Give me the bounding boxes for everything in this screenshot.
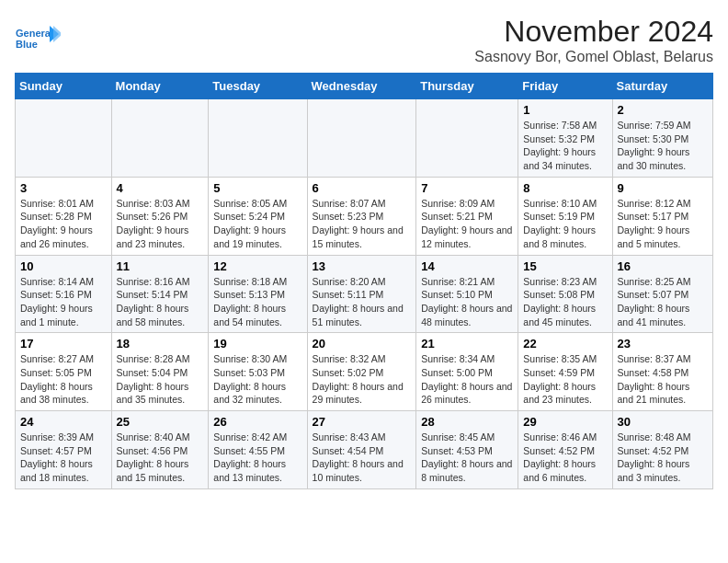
day-info: Sunrise: 8:28 AM Sunset: 5:04 PM Dayligh… (117, 352, 204, 407)
calendar-cell: 23Sunrise: 8:37 AM Sunset: 4:58 PM Dayli… (612, 333, 712, 411)
calendar-cell: 26Sunrise: 8:42 AM Sunset: 4:55 PM Dayli… (209, 411, 307, 489)
calendar-cell: 4Sunrise: 8:03 AM Sunset: 5:26 PM Daylig… (111, 177, 209, 255)
day-info: Sunrise: 8:40 AM Sunset: 4:56 PM Dayligh… (117, 431, 204, 485)
day-info: Sunrise: 8:32 AM Sunset: 5:02 PM Dayligh… (313, 352, 412, 407)
day-info: Sunrise: 8:21 AM Sunset: 5:10 PM Dayligh… (421, 275, 513, 329)
day-info: Sunrise: 7:59 AM Sunset: 5:30 PM Dayligh… (618, 119, 708, 173)
calendar-cell: 15Sunrise: 8:23 AM Sunset: 5:08 PM Dayli… (518, 255, 612, 333)
day-info: Sunrise: 8:48 AM Sunset: 4:52 PM Dayligh… (618, 431, 708, 485)
day-info: Sunrise: 8:45 AM Sunset: 4:53 PM Dayligh… (421, 431, 513, 485)
svg-marker-3 (53, 26, 61, 42)
day-info: Sunrise: 8:27 AM Sunset: 5:05 PM Dayligh… (20, 352, 107, 407)
title-area: November 2024 Sasnovy Bor, Gomel Oblast,… (474, 15, 713, 65)
day-number: 2 (618, 103, 708, 117)
day-info: Sunrise: 8:25 AM Sunset: 5:07 PM Dayligh… (618, 275, 708, 329)
day-info: Sunrise: 8:23 AM Sunset: 5:08 PM Dayligh… (523, 275, 607, 329)
calendar-cell: 3Sunrise: 8:01 AM Sunset: 5:28 PM Daylig… (16, 177, 112, 255)
calendar-cell: 22Sunrise: 8:35 AM Sunset: 4:59 PM Dayli… (518, 333, 612, 411)
main-title: November 2024 (474, 15, 713, 49)
day-info: Sunrise: 8:46 AM Sunset: 4:52 PM Dayligh… (523, 431, 607, 485)
day-number: 26 (213, 415, 301, 429)
day-info: Sunrise: 7:58 AM Sunset: 5:32 PM Dayligh… (523, 119, 607, 173)
weekday-header: Wednesday (307, 74, 416, 99)
calendar-cell: 8Sunrise: 8:10 AM Sunset: 5:19 PM Daylig… (518, 177, 612, 255)
day-number: 14 (421, 259, 513, 273)
calendar-cell: 24Sunrise: 8:39 AM Sunset: 4:57 PM Dayli… (16, 411, 112, 489)
calendar-cell: 17Sunrise: 8:27 AM Sunset: 5:05 PM Dayli… (16, 333, 112, 411)
calendar-cell: 9Sunrise: 8:12 AM Sunset: 5:17 PM Daylig… (612, 177, 712, 255)
weekday-header: Monday (111, 74, 209, 99)
day-info: Sunrise: 8:20 AM Sunset: 5:11 PM Dayligh… (313, 275, 412, 329)
calendar-cell: 6Sunrise: 8:07 AM Sunset: 5:23 PM Daylig… (307, 177, 416, 255)
calendar-cell: 28Sunrise: 8:45 AM Sunset: 4:53 PM Dayli… (416, 411, 518, 489)
calendar-week-row: 3Sunrise: 8:01 AM Sunset: 5:28 PM Daylig… (16, 177, 713, 255)
logo: General Blue (15, 15, 61, 61)
calendar-cell (307, 99, 416, 178)
subtitle: Sasnovy Bor, Gomel Oblast, Belarus (474, 49, 713, 65)
calendar-week-row: 17Sunrise: 8:27 AM Sunset: 5:05 PM Dayli… (16, 333, 713, 411)
day-info: Sunrise: 8:16 AM Sunset: 5:14 PM Dayligh… (117, 275, 204, 329)
day-info: Sunrise: 8:10 AM Sunset: 5:19 PM Dayligh… (523, 197, 607, 251)
svg-text:Blue: Blue (16, 39, 38, 50)
calendar-header: SundayMondayTuesdayWednesdayThursdayFrid… (16, 74, 713, 99)
day-number: 23 (618, 337, 708, 350)
calendar-cell: 20Sunrise: 8:32 AM Sunset: 5:02 PM Dayli… (307, 333, 416, 411)
day-info: Sunrise: 8:18 AM Sunset: 5:13 PM Dayligh… (213, 275, 301, 329)
calendar-week-row: 24Sunrise: 8:39 AM Sunset: 4:57 PM Dayli… (16, 411, 713, 489)
calendar-cell: 5Sunrise: 8:05 AM Sunset: 5:24 PM Daylig… (209, 177, 307, 255)
day-number: 16 (618, 259, 708, 273)
svg-text:General: General (16, 28, 53, 39)
calendar-cell: 11Sunrise: 8:16 AM Sunset: 5:14 PM Dayli… (111, 255, 209, 333)
day-number: 1 (523, 103, 607, 117)
day-number: 28 (421, 415, 513, 429)
calendar-week-row: 10Sunrise: 8:14 AM Sunset: 5:16 PM Dayli… (16, 255, 713, 333)
day-number: 20 (313, 337, 412, 350)
day-number: 13 (313, 259, 412, 273)
calendar-cell (111, 99, 209, 178)
calendar-cell: 27Sunrise: 8:43 AM Sunset: 4:54 PM Dayli… (307, 411, 416, 489)
day-number: 22 (523, 337, 607, 350)
calendar-cell (209, 99, 307, 178)
day-info: Sunrise: 8:37 AM Sunset: 4:58 PM Dayligh… (618, 352, 708, 407)
calendar-cell: 25Sunrise: 8:40 AM Sunset: 4:56 PM Dayli… (111, 411, 209, 489)
day-info: Sunrise: 8:12 AM Sunset: 5:17 PM Dayligh… (618, 197, 708, 251)
logo-svg: General Blue (15, 15, 61, 61)
day-number: 3 (20, 181, 107, 195)
day-info: Sunrise: 8:14 AM Sunset: 5:16 PM Dayligh… (20, 275, 107, 329)
day-number: 17 (20, 337, 107, 350)
day-number: 11 (117, 259, 204, 273)
day-info: Sunrise: 8:34 AM Sunset: 5:00 PM Dayligh… (421, 352, 513, 407)
calendar-cell (416, 99, 518, 178)
day-number: 12 (213, 259, 301, 273)
calendar-cell (16, 99, 112, 178)
calendar-cell: 14Sunrise: 8:21 AM Sunset: 5:10 PM Dayli… (416, 255, 518, 333)
weekday-header: Friday (518, 74, 612, 99)
day-info: Sunrise: 8:03 AM Sunset: 5:26 PM Dayligh… (117, 197, 204, 251)
day-info: Sunrise: 8:42 AM Sunset: 4:55 PM Dayligh… (213, 431, 301, 485)
day-info: Sunrise: 8:39 AM Sunset: 4:57 PM Dayligh… (20, 431, 107, 485)
calendar-table: SundayMondayTuesdayWednesdayThursdayFrid… (15, 73, 713, 489)
day-info: Sunrise: 8:09 AM Sunset: 5:21 PM Dayligh… (421, 197, 513, 251)
calendar-cell: 21Sunrise: 8:34 AM Sunset: 5:00 PM Dayli… (416, 333, 518, 411)
day-number: 5 (213, 181, 301, 195)
weekday-header: Sunday (16, 74, 112, 99)
day-info: Sunrise: 8:01 AM Sunset: 5:28 PM Dayligh… (20, 197, 107, 251)
weekday-header: Saturday (612, 74, 712, 99)
calendar-cell: 13Sunrise: 8:20 AM Sunset: 5:11 PM Dayli… (307, 255, 416, 333)
calendar-cell: 16Sunrise: 8:25 AM Sunset: 5:07 PM Dayli… (612, 255, 712, 333)
day-number: 18 (117, 337, 204, 350)
calendar-cell: 1Sunrise: 7:58 AM Sunset: 5:32 PM Daylig… (518, 99, 612, 178)
day-number: 9 (618, 181, 708, 195)
day-info: Sunrise: 8:30 AM Sunset: 5:03 PM Dayligh… (213, 352, 301, 407)
calendar-cell: 10Sunrise: 8:14 AM Sunset: 5:16 PM Dayli… (16, 255, 112, 333)
day-info: Sunrise: 8:43 AM Sunset: 4:54 PM Dayligh… (313, 431, 412, 485)
day-number: 8 (523, 181, 607, 195)
header: General Blue November 2024 Sasnovy Bor, … (15, 15, 713, 65)
day-number: 10 (20, 259, 107, 273)
calendar-cell: 30Sunrise: 8:48 AM Sunset: 4:52 PM Dayli… (612, 411, 712, 489)
calendar-cell: 19Sunrise: 8:30 AM Sunset: 5:03 PM Dayli… (209, 333, 307, 411)
day-number: 25 (117, 415, 204, 429)
calendar-cell: 7Sunrise: 8:09 AM Sunset: 5:21 PM Daylig… (416, 177, 518, 255)
day-info: Sunrise: 8:35 AM Sunset: 4:59 PM Dayligh… (523, 352, 607, 407)
day-number: 30 (618, 415, 708, 429)
